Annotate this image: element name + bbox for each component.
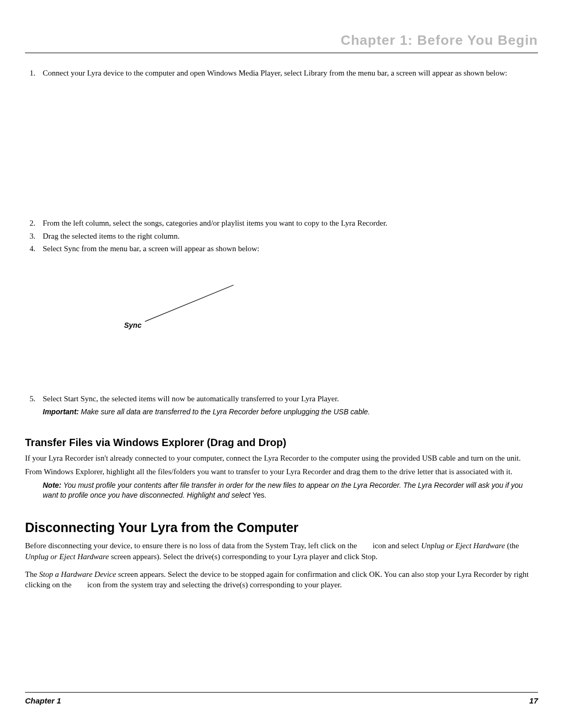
italic-term: Unplug or Eject Hardware — [25, 552, 109, 561]
page-footer: Chapter 1 17 — [25, 692, 538, 706]
step-text: Select Sync from the menu bar, a screen … — [43, 243, 538, 254]
body-text: The Stop a Hardware Device screen appear… — [25, 569, 538, 590]
figure-placeholder — [25, 80, 538, 216]
step-text: Select Start Sync, the selected items wi… — [43, 393, 538, 404]
list-item: 1. Connect your Lyra device to the compu… — [25, 68, 538, 78]
step-number: 1. — [25, 68, 35, 78]
sync-figure: Sync — [25, 264, 538, 389]
italic-term: Stop a Hardware Device — [39, 570, 116, 578]
callout-line-icon — [145, 280, 249, 332]
step-list-2: 2. From the left column, select the song… — [25, 218, 538, 254]
footer-page-number: 17 — [529, 696, 538, 706]
note-text: You must profile your contents after fil… — [43, 481, 523, 499]
step-number: 3. — [25, 231, 35, 241]
important-note: Important: Make sure all data are transf… — [43, 407, 525, 417]
note-yes: Yes. — [252, 491, 266, 499]
list-item: 5. Select Start Sync, the selected items… — [25, 393, 538, 404]
list-item: 4. Select Sync from the menu bar, a scre… — [25, 243, 538, 254]
step-number: 2. — [25, 218, 35, 228]
step-number: 4. — [25, 243, 35, 254]
chapter-header: Chapter 1: Before You Begin — [25, 31, 538, 53]
important-text: Make sure all data are transferred to th… — [79, 408, 370, 416]
step-text: From the left column, select the songs, … — [43, 218, 538, 228]
text-run: Before disconnecting your device, to ens… — [25, 541, 421, 550]
text-run: (the — [505, 541, 519, 550]
note-label: Note: — [43, 481, 62, 489]
step-number: 5. — [25, 393, 35, 404]
svg-line-0 — [145, 285, 234, 322]
list-item: 2. From the left column, select the song… — [25, 218, 538, 228]
italic-term: Unplug or Eject Hardware — [421, 541, 505, 550]
manual-page: Chapter 1: Before You Begin 1. Connect y… — [0, 0, 563, 728]
step-text: Connect your Lyra device to the computer… — [43, 68, 538, 78]
important-label: Important: — [43, 408, 79, 416]
step-list-1: 1. Connect your Lyra device to the compu… — [25, 68, 538, 78]
note-block: Note: You must profile your contents aft… — [43, 480, 525, 500]
text-run: The — [25, 570, 39, 578]
sync-callout-label: Sync — [124, 320, 141, 330]
section-heading-disconnect: Disconnecting Your Lyra from the Compute… — [25, 519, 538, 537]
text-run: screen appears). Select the drive(s) cor… — [109, 552, 377, 561]
list-item: 3. Drag the selected items to the right … — [25, 231, 538, 241]
section-heading-transfer: Transfer Files via Windows Explorer (Dra… — [25, 436, 538, 450]
footer-chapter: Chapter 1 — [25, 696, 61, 706]
step-text: Drag the selected items to the right col… — [43, 231, 538, 241]
body-text: If your Lyra Recorder isn't already conn… — [25, 453, 538, 463]
body-text: Before disconnecting your device, to ens… — [25, 540, 538, 562]
body-text: From Windows Explorer, highlight all the… — [25, 466, 538, 477]
step-list-3: 5. Select Start Sync, the selected items… — [25, 393, 538, 404]
